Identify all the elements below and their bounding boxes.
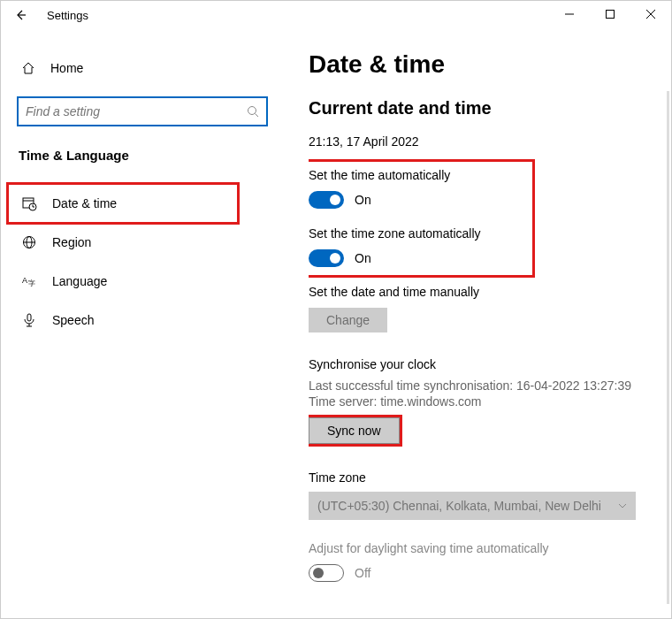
svg-text:A: A [22,276,27,285]
arrow-left-icon [14,9,27,21]
dst-section: Adjust for daylight saving time automati… [309,541,653,582]
auto-tz-toggle[interactable] [309,249,344,267]
scrollbar[interactable] [667,91,669,604]
auto-tz-label: Set the time zone automatically [309,226,653,241]
sidebar-item-speech[interactable]: Speech [1,301,284,340]
main-scroll[interactable]: Date & time Current date and time 21:13,… [309,50,671,618]
timezone-label: Time zone [309,470,653,485]
microphone-icon [20,313,38,327]
sidebar-item-date-time[interactable]: Date & time [1,184,284,223]
sidebar-item-label: Language [52,274,107,288]
auto-time-state: On [355,193,371,207]
timezone-section: Time zone (UTC+05:30) Chennai, Kolkata, … [309,470,653,520]
toggle-knob [313,568,324,578]
minimize-button[interactable] [549,1,590,27]
home-icon [20,61,36,75]
sidebar-item-label: Speech [52,313,94,327]
toggle-knob [330,253,340,264]
search-input[interactable] [26,104,247,118]
sync-section: Synchronise your clock Last successful t… [309,357,653,444]
sync-server-info: Time server: time.windows.com [309,394,653,409]
minimize-icon [565,10,574,19]
sync-now-button[interactable]: Sync now [309,417,400,444]
manual-time-label: Set the date and time manually [309,285,653,299]
sidebar-section-title: Time & Language [1,148,284,163]
sidebar: Home Time & Language Date & time [1,29,284,618]
chevron-down-icon [618,503,627,508]
main-panel: Date & time Current date and time 21:13,… [284,29,671,618]
auto-time-label: Set the time automatically [309,168,653,182]
dst-label: Adjust for daylight saving time automati… [309,541,653,555]
svg-rect-1 [607,11,615,19]
auto-time-toggle[interactable] [309,191,344,209]
page-heading: Date & time [309,50,653,79]
settings-window: Settings Home [0,0,672,619]
page-subheading: Current date and time [309,98,653,118]
home-link[interactable]: Home [1,52,284,84]
globe-icon [20,235,38,249]
sidebar-item-region[interactable]: Region [1,223,284,262]
search-icon [247,105,259,118]
svg-rect-16 [27,314,31,321]
current-datetime: 21:13, 17 April 2022 [309,134,653,149]
back-button[interactable] [8,3,33,27]
window-title: Settings [47,9,88,22]
content-area: Home Time & Language Date & time [1,29,671,618]
auto-tz-state: On [355,251,371,265]
titlebar: Settings [1,1,671,29]
dst-toggle-row: Off [309,564,653,582]
sidebar-item-label: Region [52,235,91,249]
language-icon: A字 [20,274,38,288]
close-button[interactable] [630,1,671,27]
timezone-value: (UTC+05:30) Chennai, Kolkata, Mumbai, Ne… [317,499,601,513]
search-container [17,96,268,126]
svg-text:字: 字 [28,279,35,287]
auto-time-toggle-row: On [309,191,653,209]
sidebar-item-label: Date & time [52,196,117,210]
maximize-icon [606,10,615,19]
sync-last-info: Last successful time synchronisation: 16… [309,378,653,393]
timezone-select: (UTC+05:30) Chennai, Kolkata, Mumbai, Ne… [309,492,636,520]
window-controls [549,1,671,27]
svg-line-5 [256,114,259,118]
change-button: Change [309,308,387,332]
auto-tz-toggle-row: On [309,249,653,267]
svg-point-4 [248,107,256,115]
search-box[interactable] [17,96,268,126]
dst-state: Off [355,566,370,580]
sync-title: Synchronise your clock [309,357,653,371]
toggle-knob [330,195,340,205]
close-icon [646,10,655,19]
home-label: Home [50,61,83,75]
dst-toggle [309,564,344,582]
sidebar-item-language[interactable]: A字 Language [1,262,284,301]
maximize-button[interactable] [590,1,630,27]
calendar-clock-icon [20,196,38,211]
